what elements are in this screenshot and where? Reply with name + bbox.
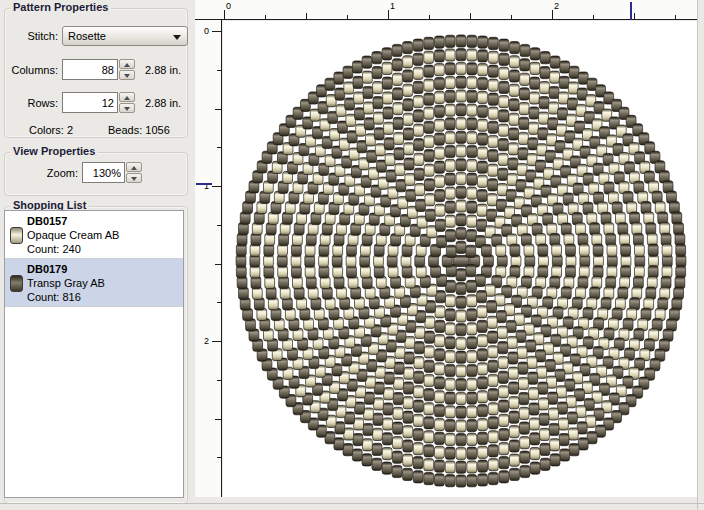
bead[interactable] — [335, 88, 345, 100]
bead[interactable] — [467, 159, 477, 171]
bead[interactable] — [456, 392, 466, 404]
bead[interactable] — [425, 316, 435, 328]
bead[interactable] — [539, 255, 549, 267]
bead[interactable] — [374, 128, 384, 140]
bead[interactable] — [478, 335, 488, 347]
bead[interactable] — [559, 418, 569, 430]
bead[interactable] — [382, 77, 392, 89]
bead[interactable] — [509, 440, 519, 452]
bead[interactable] — [635, 244, 645, 256]
bead[interactable] — [478, 119, 488, 131]
bead[interactable] — [446, 230, 456, 242]
bead[interactable] — [488, 107, 498, 119]
bead[interactable] — [445, 351, 455, 363]
bead[interactable] — [635, 255, 645, 267]
bead[interactable] — [467, 406, 477, 418]
bead[interactable] — [393, 88, 403, 100]
bead[interactable] — [467, 295, 477, 307]
bead[interactable] — [425, 179, 435, 191]
bead[interactable] — [424, 403, 434, 415]
bead[interactable] — [566, 255, 576, 267]
bead[interactable] — [394, 377, 404, 389]
horizontal-ruler[interactable]: 012 — [195, 0, 697, 20]
bead[interactable] — [372, 67, 382, 79]
bead[interactable] — [392, 451, 402, 463]
bead[interactable] — [499, 386, 509, 398]
bead[interactable] — [384, 388, 394, 400]
bead[interactable] — [509, 70, 519, 82]
bead[interactable] — [507, 336, 517, 348]
bead[interactable] — [530, 62, 540, 74]
bead[interactable] — [566, 396, 576, 408]
bead[interactable] — [305, 266, 315, 278]
bead[interactable] — [517, 346, 527, 358]
bead[interactable] — [499, 457, 509, 469]
bead[interactable] — [497, 311, 507, 323]
bead[interactable] — [415, 184, 425, 196]
bead[interactable] — [558, 402, 568, 414]
columns-input[interactable] — [62, 59, 118, 80]
bead[interactable] — [488, 431, 498, 443]
bead[interactable] — [488, 65, 498, 77]
bead[interactable] — [498, 139, 508, 151]
shopping-list-item[interactable]: DB0179 Transp Gray AB Count: 816 — [5, 259, 183, 307]
bead[interactable] — [374, 255, 384, 267]
bead[interactable] — [456, 475, 466, 487]
bead[interactable] — [580, 255, 590, 267]
bead[interactable] — [456, 379, 466, 391]
bead[interactable] — [517, 163, 527, 175]
bead[interactable] — [488, 179, 498, 191]
bead[interactable] — [509, 382, 519, 394]
bead[interactable] — [435, 119, 445, 131]
bead[interactable] — [510, 42, 520, 54]
bead[interactable] — [435, 306, 445, 318]
bead[interactable] — [445, 337, 455, 349]
bead[interactable] — [488, 346, 498, 358]
bead[interactable] — [424, 79, 434, 91]
bead[interactable] — [435, 363, 445, 375]
bead[interactable] — [488, 93, 498, 105]
bead[interactable] — [445, 433, 455, 445]
bead[interactable] — [373, 413, 383, 425]
bead[interactable] — [530, 418, 540, 430]
bead[interactable] — [445, 475, 455, 487]
bead[interactable] — [519, 393, 529, 405]
bead[interactable] — [435, 50, 445, 62]
bead[interactable] — [539, 112, 549, 124]
bead[interactable] — [456, 76, 466, 88]
bead[interactable] — [456, 324, 466, 336]
bead[interactable] — [488, 135, 498, 147]
bead[interactable] — [392, 59, 402, 71]
bead[interactable] — [437, 236, 447, 248]
bead[interactable] — [568, 428, 578, 440]
bead[interactable] — [445, 420, 455, 432]
bead[interactable] — [384, 372, 394, 384]
bead[interactable] — [413, 471, 423, 483]
bead[interactable] — [456, 62, 466, 74]
bead[interactable] — [568, 82, 578, 94]
bead[interactable] — [372, 52, 382, 64]
bead[interactable] — [363, 423, 373, 435]
bead[interactable] — [435, 204, 445, 216]
bead[interactable] — [548, 392, 558, 404]
bead[interactable] — [383, 107, 393, 119]
bead[interactable] — [467, 215, 477, 227]
bead[interactable] — [265, 277, 275, 289]
bead[interactable] — [675, 233, 685, 245]
bead[interactable] — [334, 72, 344, 84]
bead[interactable] — [382, 62, 392, 74]
bead[interactable] — [456, 282, 466, 294]
bead[interactable] — [383, 92, 393, 104]
bead[interactable] — [487, 194, 497, 206]
bead[interactable] — [435, 64, 445, 76]
bead[interactable] — [445, 406, 455, 418]
bead[interactable] — [467, 475, 477, 487]
rosette-pattern[interactable] — [223, 21, 697, 497]
bead[interactable] — [676, 244, 686, 256]
bead[interactable] — [648, 266, 658, 278]
bead[interactable] — [529, 107, 539, 119]
bead[interactable] — [456, 269, 466, 281]
bead[interactable] — [477, 190, 487, 202]
rows-down-button[interactable] — [119, 103, 135, 113]
bead[interactable] — [549, 423, 559, 435]
